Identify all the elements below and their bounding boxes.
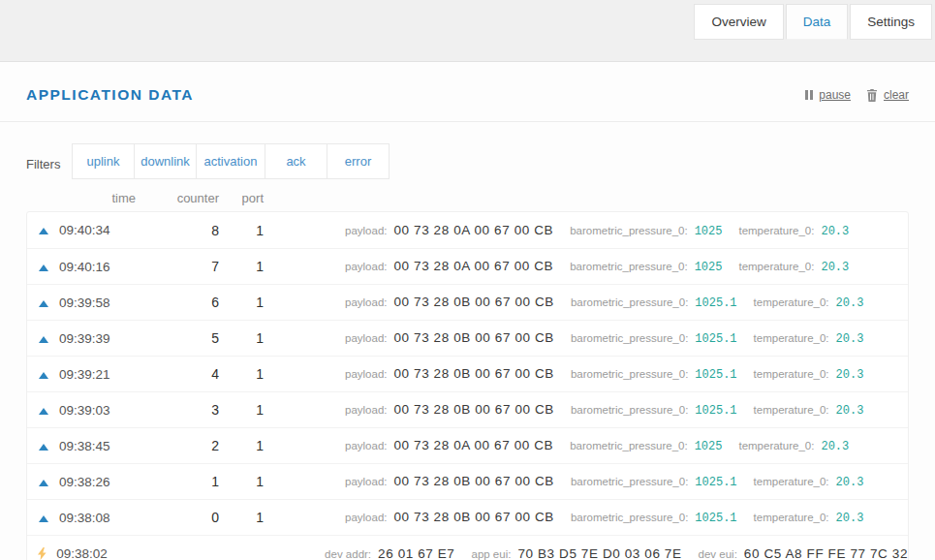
field-label: payload:: [345, 368, 387, 380]
row-type-cell: [27, 511, 59, 525]
row-fields: payload:00 73 28 0B 00 67 00 CBbarometri…: [345, 402, 863, 418]
table-row[interactable]: 09:40:34 8 1 payload:00 73 28 0A 00 67 0…: [27, 212, 908, 248]
field-pair: barometric_pressure_0:1025.1: [571, 296, 737, 310]
field-label: payload:: [345, 404, 387, 416]
field-pair: temperature_0:20.3: [754, 512, 864, 525]
field-pair: barometric_pressure_0:1025.1: [571, 368, 737, 382]
field-label: payload:: [345, 225, 387, 236]
table-row[interactable]: 09:38:02 dev addr:26 01 67 E7app eui:70 …: [27, 535, 908, 560]
tab-settings[interactable]: Settings: [850, 4, 932, 40]
row-time: 09:40:16: [59, 260, 135, 274]
row-fields: payload:00 73 28 0B 00 67 00 CBbarometri…: [345, 366, 863, 382]
row-fields: dev addr:26 01 67 E7app eui:70 B3 D5 7E …: [325, 546, 908, 560]
field-value: 20.3: [836, 476, 864, 489]
field-pair: payload:00 73 28 0B 00 67 00 CB: [345, 474, 554, 488]
table-row[interactable]: 09:38:08 0 1 payload:00 73 28 0B 00 67 0…: [27, 499, 908, 535]
field-value: 00 73 28 0A 00 67 00 CB: [393, 223, 553, 237]
row-port: 1: [219, 438, 264, 453]
field-pair: barometric_pressure_0:1025.1: [571, 332, 737, 346]
application-data-panel: APPLICATION DATA pause clear Filters upl…: [0, 61, 935, 560]
filter-uplink-button[interactable]: uplink: [72, 143, 135, 179]
field-label: barometric_pressure_0:: [571, 476, 688, 487]
table-row[interactable]: 09:39:03 3 1 payload:00 73 28 0B 00 67 0…: [27, 391, 908, 427]
filter-error-button[interactable]: error: [327, 143, 390, 179]
field-value: 00 73 28 0B 00 67 00 CB: [393, 510, 553, 524]
clear-button[interactable]: clear: [866, 88, 909, 102]
filter-ack-button[interactable]: ack: [265, 143, 327, 179]
row-fields: payload:00 73 28 0B 00 67 00 CBbarometri…: [345, 295, 863, 310]
filter-downlink-button[interactable]: downlink: [134, 143, 197, 179]
field-label: payload:: [345, 332, 387, 344]
field-label: dev eui:: [699, 548, 737, 560]
field-label: barometric_pressure_0:: [571, 368, 688, 380]
field-value: 1025: [695, 225, 723, 238]
filters-label: Filters: [26, 157, 73, 171]
field-value: 1025: [695, 440, 723, 453]
table-row[interactable]: 09:39:21 4 1 payload:00 73 28 0B 00 67 0…: [27, 356, 908, 391]
pause-label: pause: [819, 88, 851, 102]
row-counter: 6: [135, 295, 219, 310]
row-type-cell: [27, 296, 59, 310]
field-value: 1025.1: [695, 332, 736, 346]
filter-activation-button[interactable]: activation: [196, 143, 265, 179]
table-row[interactable]: 09:38:45 2 1 payload:00 73 28 0A 00 67 0…: [27, 427, 908, 463]
uplink-icon: [39, 444, 48, 451]
row-time: 09:38:26: [59, 475, 135, 489]
row-type-cell: [27, 546, 56, 560]
field-label: barometric_pressure_0:: [570, 225, 687, 236]
field-pair: payload:00 73 28 0B 00 67 00 CB: [345, 295, 554, 309]
header-actions: pause clear: [805, 88, 909, 102]
row-counter: 2: [135, 438, 219, 453]
field-label: dev addr:: [325, 548, 371, 560]
pause-button[interactable]: pause: [805, 88, 851, 102]
pause-icon: [805, 90, 813, 100]
field-pair: payload:00 73 28 0B 00 67 00 CB: [345, 510, 554, 524]
field-pair: temperature_0:20.3: [754, 296, 864, 310]
clear-label: clear: [884, 88, 909, 102]
row-type-cell: [27, 367, 59, 382]
table-row[interactable]: 09:39:39 5 1 payload:00 73 28 0B 00 67 0…: [27, 320, 908, 356]
field-label: app eui:: [471, 548, 511, 560]
row-fields: payload:00 73 28 0B 00 67 00 CBbarometri…: [345, 510, 863, 525]
uplink-icon: [39, 228, 48, 234]
field-value: 1025.1: [695, 476, 736, 489]
row-time: 09:40:34: [59, 223, 135, 237]
field-pair: barometric_pressure_0:1025: [570, 225, 722, 238]
field-label: payload:: [345, 440, 387, 451]
row-port: 1: [219, 295, 264, 310]
page-title: APPLICATION DATA: [26, 86, 194, 104]
field-value: 1025.1: [695, 368, 736, 382]
tab-data[interactable]: Data: [786, 4, 849, 40]
row-time: 09:39:39: [59, 331, 135, 346]
row-port: 1: [219, 366, 264, 382]
field-pair: barometric_pressure_0:1025.1: [571, 512, 737, 525]
uplink-icon: [39, 408, 48, 415]
row-time: 09:39:58: [59, 296, 135, 310]
uplink-icon: [39, 300, 48, 307]
table-row[interactable]: 09:38:26 1 1 payload:00 73 28 0B 00 67 0…: [27, 463, 908, 499]
table-row[interactable]: 09:40:16 7 1 payload:00 73 28 0A 00 67 0…: [27, 248, 908, 284]
field-label: payload:: [345, 476, 387, 487]
row-type-cell: [27, 331, 59, 346]
field-pair: temperature_0:20.3: [754, 476, 864, 489]
row-type-cell: [27, 260, 59, 274]
field-value: 00 73 28 0B 00 67 00 CB: [393, 402, 553, 417]
tab-overview[interactable]: Overview: [694, 4, 783, 40]
row-port: 1: [219, 330, 264, 346]
column-counter: counter: [136, 191, 219, 205]
field-label: barometric_pressure_0:: [571, 332, 688, 344]
column-port: port: [219, 191, 264, 205]
row-fields: payload:00 73 28 0B 00 67 00 CBbarometri…: [345, 474, 863, 489]
field-value: 60 C5 A8 FF FE 77 7C 32: [744, 546, 908, 560]
uplink-icon: [39, 264, 48, 271]
field-pair: dev eui:60 C5 A8 FF FE 77 7C 32: [699, 546, 908, 560]
field-pair: temperature_0:20.3: [738, 225, 849, 238]
row-port: 1: [219, 510, 264, 525]
field-label: temperature_0:: [738, 261, 814, 272]
table-row[interactable]: 09:39:58 6 1 payload:00 73 28 0B 00 67 0…: [27, 284, 908, 320]
field-label: barometric_pressure_0:: [570, 440, 687, 451]
field-value: 20.3: [836, 512, 864, 525]
field-pair: barometric_pressure_0:1025: [570, 261, 722, 274]
row-port: 1: [219, 402, 264, 418]
field-value: 1025.1: [695, 296, 736, 310]
